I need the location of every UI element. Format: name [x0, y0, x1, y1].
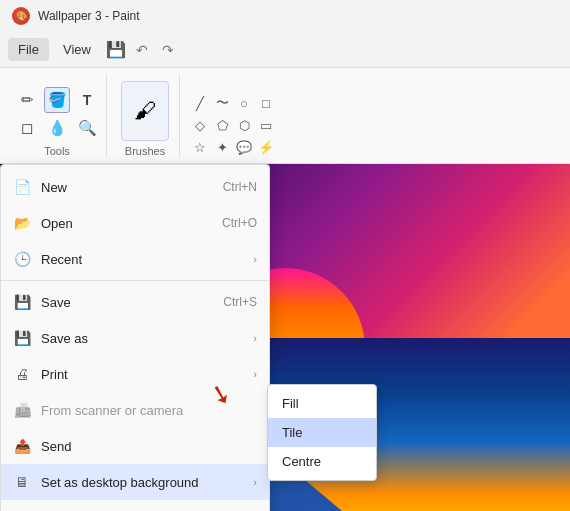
new-label: New — [41, 180, 213, 195]
menu-item-properties[interactable]: 🖼 Image properties Ctrl+E — [1, 500, 269, 511]
send-icon: 📤 — [13, 437, 31, 455]
zoom-tool[interactable]: 🔍 — [74, 115, 100, 141]
tools-group: ✏ 🪣 T ◻ 💧 🔍 Tools — [8, 74, 107, 157]
scanner-label: From scanner or camera — [41, 403, 257, 418]
callout-tool[interactable]: 💬 — [234, 137, 254, 157]
file-menu: 📄 New Ctrl+N 📂 Open Ctrl+O 🕒 Recent › 💾 … — [0, 164, 270, 511]
open-shortcut: Ctrl+O — [222, 216, 257, 230]
desktop-arrow: › — [253, 476, 257, 488]
app-icon: 🎨 — [12, 7, 30, 25]
save-as-label: Save as — [41, 331, 237, 346]
redo-button[interactable]: ↷ — [157, 39, 179, 61]
save-icon-button[interactable]: 💾 — [105, 39, 127, 61]
recent-arrow: › — [253, 253, 257, 265]
send-label: Send — [41, 439, 257, 454]
save-shortcut: Ctrl+S — [223, 295, 257, 309]
diagonal-line-tool[interactable]: ╱ — [190, 93, 210, 113]
scanner-icon: 📠 — [13, 401, 31, 419]
print-icon: 🖨 — [13, 365, 31, 383]
menu-item-send[interactable]: 📤 Send — [1, 428, 269, 464]
star-tool[interactable]: ☆ — [190, 137, 210, 157]
title-bar: 🎨 Wallpaper 3 - Paint — [0, 0, 570, 32]
eraser-tool[interactable]: ◻ — [14, 115, 40, 141]
menu-item-save-as[interactable]: 💾 Save as › — [1, 320, 269, 356]
text-tool[interactable]: T — [74, 87, 100, 113]
main-area: 📄 New Ctrl+N 📂 Open Ctrl+O 🕒 Recent › 💾 … — [0, 164, 570, 511]
rect-tool[interactable]: □ — [256, 93, 276, 113]
brushes-label: Brushes — [125, 145, 165, 157]
save-as-icon: 💾 — [13, 329, 31, 347]
curve-tool[interactable]: 〜 — [212, 93, 232, 113]
divider-1 — [1, 280, 269, 281]
rounded-rect-tool[interactable]: ▭ — [256, 115, 276, 135]
menu-item-new[interactable]: 📄 New Ctrl+N — [1, 169, 269, 205]
oval-tool[interactable]: ○ — [234, 93, 254, 113]
open-icon: 📂 — [13, 214, 31, 232]
submenu-fill[interactable]: Fill — [268, 389, 376, 418]
new-shortcut: Ctrl+N — [223, 180, 257, 194]
pencil-tool[interactable]: ✏ — [14, 87, 40, 113]
save-icon: 💾 — [13, 293, 31, 311]
menu-item-scanner: 📠 From scanner or camera — [1, 392, 269, 428]
menu-item-recent[interactable]: 🕒 Recent › — [1, 241, 269, 277]
desktop-submenu: Fill Tile Centre — [267, 384, 377, 481]
file-menu-button[interactable]: File — [8, 38, 49, 61]
print-arrow: › — [253, 368, 257, 380]
undo-button[interactable]: ↶ — [131, 39, 153, 61]
star4-tool[interactable]: ✦ — [212, 137, 232, 157]
lightning-tool[interactable]: ⚡ — [256, 137, 276, 157]
pentagon-tool[interactable]: ⬠ — [212, 115, 232, 135]
submenu-centre[interactable]: Centre — [268, 447, 376, 476]
desktop-icon: 🖥 — [13, 473, 31, 491]
recent-label: Recent — [41, 252, 237, 267]
app-title: Wallpaper 3 - Paint — [38, 9, 140, 23]
brushes-group: 🖌 Brushes — [111, 74, 180, 157]
eyedropper-tool[interactable]: 💧 — [44, 115, 70, 141]
print-label: Print — [41, 367, 237, 382]
view-menu-button[interactable]: View — [53, 38, 101, 61]
menu-item-print[interactable]: 🖨 Print › — [1, 356, 269, 392]
toolbar: File View 💾 ↶ ↷ — [0, 32, 570, 68]
open-label: Open — [41, 216, 212, 231]
save-as-arrow: › — [253, 332, 257, 344]
menu-item-desktop[interactable]: 🖥 Set as desktop background › — [1, 464, 269, 500]
new-icon: 📄 — [13, 178, 31, 196]
hexagon-tool[interactable]: ⬡ — [234, 115, 254, 135]
menu-item-save[interactable]: 💾 Save Ctrl+S — [1, 284, 269, 320]
save-label: Save — [41, 295, 213, 310]
right-tools-group: ╱ 〜 ○ □ ◇ ⬠ ⬡ ▭ ☆ ✦ 💬 ⚡ — [184, 74, 282, 157]
submenu-tile[interactable]: Tile — [268, 418, 376, 447]
fill-tool[interactable]: 🪣 — [44, 87, 70, 113]
tools-label: Tools — [44, 145, 70, 157]
brush-selector[interactable]: 🖌 — [121, 81, 169, 141]
desktop-label: Set as desktop background — [41, 475, 237, 490]
menu-item-open[interactable]: 📂 Open Ctrl+O — [1, 205, 269, 241]
diamond-tool[interactable]: ◇ — [190, 115, 210, 135]
recent-icon: 🕒 — [13, 250, 31, 268]
ribbon: ✏ 🪣 T ◻ 💧 🔍 Tools 🖌 Brushes ╱ 〜 ○ □ ◇ ⬠ — [0, 68, 570, 164]
